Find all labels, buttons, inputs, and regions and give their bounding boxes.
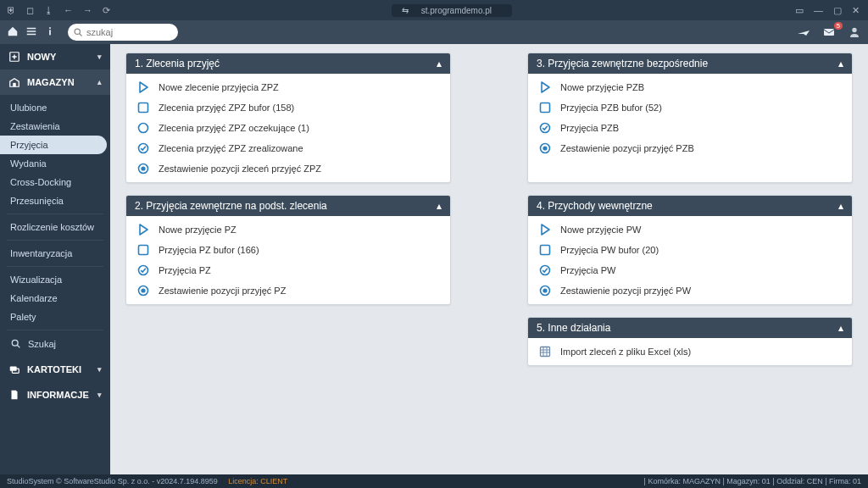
refresh-icon[interactable]: ⟳ <box>103 5 110 16</box>
square-icon <box>136 101 150 114</box>
nav-back-icon[interactable]: ← <box>64 5 73 15</box>
mail-badge: 5 <box>834 22 843 30</box>
url-pill[interactable]: ⇆ st.programdemo.pl <box>392 4 512 17</box>
list-icon[interactable] <box>25 25 37 40</box>
panel-przyjecia-zew-zlecenie: 2. Przyjęcia zewnętrzne na podst. zlecen… <box>125 195 451 305</box>
sidebar-item-palety[interactable]: Palety <box>0 308 110 326</box>
window-close-icon[interactable]: ✕ <box>852 5 860 16</box>
home-icon[interactable] <box>7 25 19 40</box>
info-icon[interactable] <box>44 25 56 40</box>
item-pzb-bufor[interactable]: Przyjęcia PZB bufor (52) <box>528 97 852 118</box>
check-icon <box>538 121 552 135</box>
play-icon <box>538 223 552 236</box>
panel-title: 4. Przychody wewnętrzne <box>537 200 653 212</box>
square-icon <box>136 243 150 257</box>
panel-przyjecia-zew-bezposrednie: 3. Przyjęcia zewnętrzne bezpośrednie▴ No… <box>527 53 853 183</box>
search-input[interactable] <box>86 27 173 37</box>
mail-icon[interactable]: 5 <box>822 25 836 39</box>
sidebar-item-przyjecia[interactable]: Przyjęcia <box>0 136 107 154</box>
xls-icon <box>538 345 552 358</box>
nav-fwd-icon[interactable]: → <box>83 5 92 15</box>
sidebar-group-kartoteki[interactable]: KARTOTEKI ▾ <box>0 357 110 382</box>
sidebar-group-nowy[interactable]: NOWY ▾ <box>0 44 110 69</box>
item-pw-zestawienie[interactable]: Zestawienie pozycji przyjęć PW <box>528 280 852 301</box>
sidebar-item-zestawienia[interactable]: Zestawienia <box>0 117 110 136</box>
item-zpz-oczekujace[interactable]: Zlecenia przyjęć ZPZ oczekujące (1) <box>126 118 450 138</box>
window-split-icon[interactable]: ▭ <box>795 5 804 16</box>
panel-title: 3. Przyjęcia zewnętrzne bezpośrednie <box>537 58 708 69</box>
item-zpz-zrealizowane[interactable]: Zlecenia przyjęć ZPZ zrealizowane <box>126 138 450 158</box>
item-nowe-zlecenie-zpz[interactable]: Nowe zlecenie przyjęcia ZPZ <box>126 77 450 97</box>
toolbar: 5 <box>0 20 868 44</box>
panel-title: 1. Zlecenia przyjęć <box>135 58 220 69</box>
square-icon <box>538 101 552 114</box>
sidebar-item-crossdocking[interactable]: Cross-Docking <box>0 173 110 191</box>
panel-zlecenia-przyjec: 1. Zlecenia przyjęć▴ Nowe zlecenie przyj… <box>125 53 451 183</box>
collapse-icon[interactable]: ▴ <box>838 322 843 334</box>
footer-version: StudioSystem © SoftwareStudio Sp. z o.o.… <box>7 477 218 485</box>
sidebar-item-inwentaryzacja[interactable]: Inwentaryzacja <box>0 244 110 263</box>
collapse-icon[interactable]: ▴ <box>838 58 843 69</box>
item-pzb[interactable]: Przyjęcia PZB <box>528 118 852 138</box>
item-pz[interactable]: Przyjęcia PZ <box>126 260 450 280</box>
sidebar-item-ulubione[interactable]: Ulubione <box>0 98 110 117</box>
check-icon <box>136 141 150 155</box>
item-zpz-zestawienie[interactable]: Zestawienie pozycji zleceń przyjęć ZPZ <box>126 158 450 179</box>
panel-title: 5. Inne działania <box>537 322 610 334</box>
panel-title: 2. Przyjęcia zewnętrzne na podst. zlecen… <box>135 200 327 212</box>
sidebar-group-magazyn[interactable]: MAGAZYN ▴ <box>0 69 110 95</box>
content: 1. Zlecenia przyjęć▴ Nowe zlecenie przyj… <box>110 44 868 474</box>
panel-przychody-wewnetrzne: 4. Przychody wewnętrzne▴ Nowe przyjęcie … <box>527 195 853 305</box>
footer-license[interactable]: Licencja: CLIENT <box>228 477 287 485</box>
item-import-xls[interactable]: Import zleceń z pliku Excel (xls) <box>528 341 852 362</box>
chevron-down-icon: ▾ <box>97 53 102 61</box>
sidebar-item-szukaj[interactable]: Szukaj <box>0 334 110 353</box>
item-pw[interactable]: Przyjęcia PW <box>528 260 852 280</box>
global-search[interactable] <box>68 24 178 41</box>
sidebar-item-wydania[interactable]: Wydania <box>0 154 110 173</box>
status-bar: StudioSystem © SoftwareStudio Sp. z o.o.… <box>0 474 868 488</box>
sidebar-item-przesuniecia[interactable]: Przesunięcia <box>0 191 110 210</box>
collapse-icon[interactable]: ▴ <box>437 200 442 212</box>
check-icon <box>538 263 552 277</box>
tab-icon[interactable]: ◻ <box>26 5 34 16</box>
sidebar: NOWY ▾ MAGAZYN ▴ Ulubione Zestawienia Pr… <box>0 44 110 474</box>
play-icon <box>136 223 150 236</box>
sidebar-item-rozliczenie[interactable]: Rozliczenie kosztów <box>0 218 110 236</box>
item-nowe-pw[interactable]: Nowe przyjęcie PW <box>528 219 852 240</box>
sidebar-magazyn-items: Ulubione Zestawienia Przyjęcia Wydania C… <box>0 95 110 357</box>
window-maximize-icon[interactable]: ▢ <box>833 5 842 16</box>
play-icon <box>136 80 150 94</box>
sidebar-item-wizualizacja[interactable]: Wizualizacja <box>0 270 110 289</box>
radio-icon <box>136 162 150 175</box>
footer-context: | Komórka: MAGAZYN | Magazyn: 01 | Oddzi… <box>644 477 861 485</box>
item-zpz-bufor[interactable]: Zlecenia przyjęć ZPZ bufor (158) <box>126 97 450 118</box>
sidebar-item-kalendarze[interactable]: Kalendarze <box>0 289 110 308</box>
item-nowe-pzb[interactable]: Nowe przyjęcie PZB <box>528 77 852 97</box>
item-pw-bufor[interactable]: Przyjęcia PW bufor (20) <box>528 240 852 260</box>
chevron-down-icon: ▾ <box>97 391 102 399</box>
download-icon[interactable]: ⭳ <box>44 5 53 15</box>
panel-inne-dzialania: 5. Inne działania▴ Import zleceń z pliku… <box>527 317 853 366</box>
circle-icon <box>136 121 150 135</box>
sidebar-group-informacje[interactable]: INFORMACJE ▾ <box>0 382 110 408</box>
radio-icon <box>538 141 552 155</box>
chevron-down-icon: ▾ <box>97 365 102 374</box>
chevron-up-icon: ▴ <box>97 78 102 86</box>
app-logo-icon[interactable]: ⛨ <box>7 5 16 15</box>
square-icon <box>538 243 552 257</box>
user-icon[interactable] <box>848 25 861 39</box>
play-icon <box>538 80 552 94</box>
item-pz-zestawienie[interactable]: Zestawienie pozycji przyjęć PZ <box>126 280 450 301</box>
item-nowe-pz[interactable]: Nowe przyjęcie PZ <box>126 219 450 240</box>
collapse-icon[interactable]: ▴ <box>838 200 843 212</box>
radio-icon <box>538 284 552 297</box>
item-pz-bufor[interactable]: Przyjęcia PZ bufor (166) <box>126 240 450 260</box>
collapse-icon[interactable]: ▴ <box>437 58 442 69</box>
radio-icon <box>136 284 150 297</box>
window-minimize-icon[interactable]: — <box>814 5 823 16</box>
departure-icon[interactable] <box>797 25 810 39</box>
item-pzb-zestawienie[interactable]: Zestawienie pozycji przyjęć PZB <box>528 138 852 158</box>
titlebar: ⛨ ◻ ⭳ ← → ⟳ ⇆ st.programdemo.pl ▭ — ▢ ✕ <box>0 0 868 20</box>
check-icon <box>136 263 150 277</box>
